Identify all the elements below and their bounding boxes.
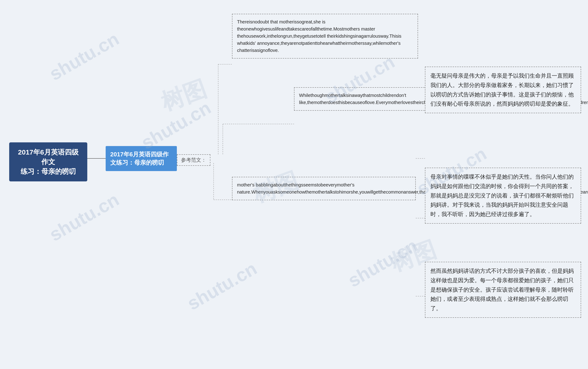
text-box-cn-bottom: 然而虽然妈妈讲话的方式不讨大部分孩子的喜欢，但是妈妈这样做也是因为爱。每一个母亲… xyxy=(425,262,581,318)
center-node: 2017年6月英语四级作文 练习：母亲的唠叨 xyxy=(9,142,87,181)
ref-label: 参考范文： xyxy=(177,154,210,166)
second-node: 2017年6月英语四级作文练习：母亲的唠叨 xyxy=(106,146,177,171)
text-box-top-english-content: Thereisnodoubt that motherissogreat,she … xyxy=(237,19,402,53)
watermark-1: shutu.cn xyxy=(46,28,123,85)
canvas: shutu.cn shutu.cn shutu.cn shutu.cn shut… xyxy=(0,0,588,369)
watermark-3: shutu.cn xyxy=(46,189,123,246)
text-box-cn-top: 毫无疑问母亲是伟大的，母亲是予以我们生命并且一直照顾我们的人。大部分的母亲做着家… xyxy=(425,67,581,113)
center-node-line2: 练习：母亲的唠叨 xyxy=(15,167,82,176)
text-box-cn-mid: 母亲对事情的喋喋不休似乎是她们的天性。当你问人他们的妈妈是如何跟他们交流的时候，… xyxy=(425,168,581,224)
text-box-top-english: Thereisnodoubt that motherissogreat,she … xyxy=(232,14,418,59)
watermark-2: shutu.cn xyxy=(138,97,215,154)
text-box-cn-bottom-content: 然而虽然妈妈讲话的方式不讨大部分孩子的喜欢，但是妈妈这样做也是因为爱。每一个母亲… xyxy=(430,268,574,311)
text-box-cn-top-content: 毫无疑问母亲是伟大的，母亲是予以我们生命并且一直照顾我们的人。大部分的母亲做着家… xyxy=(430,72,574,107)
text-box-cn-mid-content: 母亲对事情的喋喋不休似乎是她们的天性。当你问人他们的妈妈是如何跟他们交流的时候，… xyxy=(430,174,574,217)
watermark-chinese-1: 树图 xyxy=(157,73,211,118)
watermark-4: shutu.cn xyxy=(184,258,260,314)
second-node-text: 2017年6月英语四级作文练习：母亲的唠叨 xyxy=(110,151,169,166)
ref-label-text: 参考范文： xyxy=(181,157,206,163)
text-box-bottom-english: mother's babblingaboutthethingsseemstobe… xyxy=(232,177,416,200)
center-node-line1: 2017年6月英语四级作文 xyxy=(15,147,82,167)
watermark-7: shutu.cn xyxy=(344,235,421,291)
